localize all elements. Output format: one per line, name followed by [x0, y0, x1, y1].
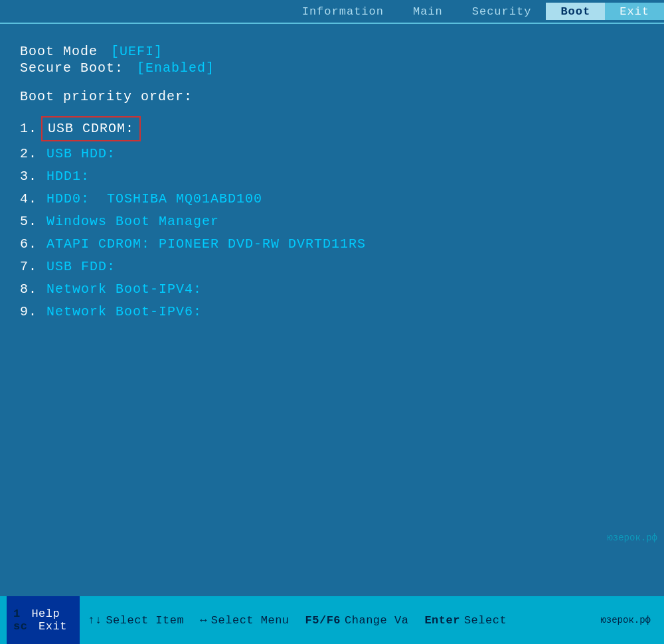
boot-item-3[interactable]: 3. HDD1:: [20, 167, 644, 187]
boot-item-7[interactable]: 7. USB FDD:: [20, 257, 644, 277]
enter-help: Enter Select: [416, 596, 515, 644]
tab-security[interactable]: Security: [457, 3, 546, 20]
top-menu-bar: Information Main Security Boot Exit: [0, 0, 664, 24]
tab-exit[interactable]: Exit: [605, 3, 664, 20]
secure-boot-value: [Enabled]: [137, 60, 214, 76]
boot-mode-value: [UEFI]: [111, 44, 163, 59]
watermark: юзерок.рф: [607, 532, 657, 543]
boot-item-2[interactable]: 2. USB HDD:: [20, 144, 644, 164]
select-menu-help: ↔ Select Menu: [192, 596, 297, 644]
boot-item-9[interactable]: 9. Network Boot-IPV6:: [20, 302, 644, 322]
boot-item-8[interactable]: 8. Network Boot-IPV4:: [20, 280, 644, 299]
tab-main[interactable]: Main: [398, 3, 457, 20]
secure-boot-label: Secure Boot:: [20, 60, 124, 76]
f5f6-help: F5/F6 Change Va: [297, 596, 417, 644]
help-exit-keys: 1 Help sc Exit: [7, 596, 80, 644]
boot-order-list: 1. USB CDROM: 2. USB HDD: 3. HDD1: 4. HD…: [20, 116, 644, 322]
boot-mode-label: Boot Mode: [20, 44, 98, 59]
settings-section: Boot Mode [UEFI] Secure Boot: [Enabled]: [20, 44, 644, 76]
tab-information[interactable]: Information: [288, 3, 398, 20]
esc-exit: sc Exit: [13, 620, 73, 633]
boot-mode-row: Boot Mode [UEFI]: [20, 44, 644, 59]
priority-header: Boot priority order:: [20, 89, 644, 104]
boot-item-4[interactable]: 4. HDD0: TOSHIBA MQ01ABD100: [20, 189, 644, 209]
main-content: Boot Mode [UEFI] Secure Boot: [Enabled] …: [0, 24, 664, 596]
select-item-help: ↑↓ Select Item: [80, 596, 192, 644]
watermark-bottom: юзерок.рф: [515, 615, 657, 625]
boot-item-5[interactable]: 5. Windows Boot Manager: [20, 212, 644, 232]
bottom-watermark: юзерок.рф: [600, 615, 651, 625]
menu-tabs: Information Main Security Boot Exit: [288, 3, 664, 20]
f1-help: 1 Help: [13, 607, 73, 620]
bottom-help-bar: 1 Help sc Exit ↑↓ Select Item ↔ Select M…: [0, 596, 664, 644]
secure-boot-row: Secure Boot: [Enabled]: [20, 60, 644, 76]
boot-item-6[interactable]: 6. ATAPI CDROM: PIONEER DVD-RW DVRTD11RS: [20, 234, 644, 254]
boot-item-1[interactable]: 1. USB CDROM:: [20, 116, 644, 141]
tab-boot[interactable]: Boot: [546, 3, 605, 20]
